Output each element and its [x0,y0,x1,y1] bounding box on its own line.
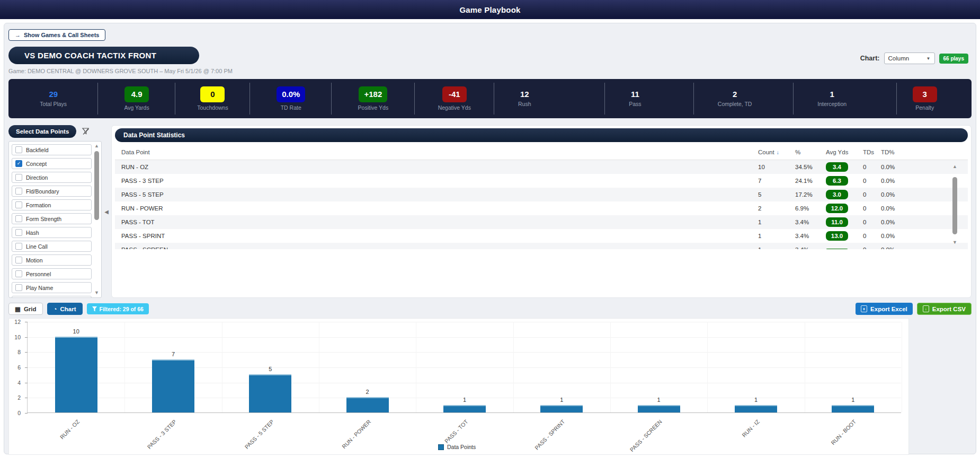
sidebar-item-label: Personnel [26,271,51,277]
x-axis-label: PASS - 3 STEP [146,418,178,450]
avg-yds-badge: 12.0 [826,204,848,213]
table-row[interactable]: PASS - SPRINT13.4%13.000.0% [115,229,968,243]
table-row[interactable]: PASS - SCREEN13.4%00.0% [115,243,968,249]
scrollbar-thumb[interactable] [952,177,957,234]
y-tick-label: 0 [9,410,21,416]
stat-label: Pass [629,101,641,107]
chart-legend[interactable]: Data Points [438,444,476,450]
table-row[interactable]: PASS - TOT13.4%11.000.0% [115,215,968,229]
bar-pass-5-step[interactable] [249,374,291,412]
grid-view-button[interactable]: ▦ Grid [8,303,43,315]
stat-tile-touchdowns: 0Touchdowns [175,79,251,118]
chart-toolbar: ▦ Grid ◔ Chart Filtered: 29 of 66 x Expo… [8,303,972,315]
bar-value-label: 10 [55,328,97,335]
table-row[interactable]: RUN - OZ1034.5%3.400.0% [115,160,968,174]
sidebar-item-fld-boundary[interactable]: Fld/Boundary [12,186,92,197]
sidebar-item-play-name[interactable]: Play Name [12,282,92,293]
filtered-badge[interactable]: Filtered: 29 of 66 [87,303,149,314]
chart-picker-label: Chart: [860,55,880,62]
bar-pass-3-step[interactable] [152,359,194,412]
sidebar-scrollbar[interactable]: ▲ ▼ [93,143,100,296]
stat-tile-negative-yds: -41Negative Yds [415,79,494,118]
checkbox-icon[interactable] [15,243,22,250]
export-excel-button[interactable]: x Export Excel [856,303,913,315]
top-navbar: Game Playbook [0,0,980,19]
show-games-label: Show Games & Call Sheets [24,32,99,38]
stat-value: 11 [629,90,641,99]
bar-pass-sprint[interactable] [540,405,583,412]
checkbox-icon[interactable] [15,284,22,291]
scroll-up-icon[interactable]: ▲ [951,163,958,170]
sidebar-item-personnel[interactable]: Personnel [12,268,92,279]
stats-bar: 29Total Plays4.9Avg Yards0Touchdowns0.0%… [8,79,972,118]
x-axis-label: RUN - IZ [741,418,761,438]
x-axis-label: PASS - TOT [443,418,469,444]
scrollbar-thumb[interactable] [94,151,99,220]
checkbox-icon[interactable] [15,257,22,263]
select-data-points-button[interactable]: Select Data Points [8,125,76,138]
table-row[interactable]: PASS - 5 STEP517.2%3.000.0% [115,188,968,201]
collapse-sidebar-icon[interactable]: ◀ [104,209,109,215]
avg-yds-badge: 13.0 [826,231,848,241]
stat-tile-total-plays: 29Total Plays [8,79,98,118]
export-csv-button[interactable]: ↓ Export CSV [917,303,972,315]
col-tds[interactable]: TDs [861,149,879,155]
sidebar-item-play-type[interactable]: Play Type [12,296,92,298]
col-data-point[interactable]: Data Point [115,149,756,155]
checkbox-icon[interactable] [15,201,22,208]
statistics-table: Data Point Count↓ % Avg Yds TDs TD% RUN … [115,144,968,249]
clear-filter-icon[interactable] [82,127,90,136]
col-avg-yds[interactable]: Avg Yds [824,149,861,155]
checkbox-icon[interactable] [15,215,22,222]
chevron-down-icon: ▼ [926,56,931,61]
sidebar-item-line-call[interactable]: Line Call [12,241,92,252]
avg-yds-badge: 3.4 [826,162,848,172]
checkbox-checked-icon[interactable] [15,160,22,167]
checkbox-icon[interactable] [15,229,22,236]
sidebar-item-concept[interactable]: Concept [12,158,92,169]
checkbox-icon[interactable] [15,174,22,181]
chart-view-button[interactable]: ◔ Chart [47,303,83,315]
scroll-down-icon[interactable]: ▼ [951,239,958,246]
sidebar-item-label: Form Strength [26,216,61,222]
col-count[interactable]: Count↓ [756,149,793,155]
checkbox-icon[interactable] [15,270,22,277]
sidebar-item-label: Formation [26,202,51,208]
bar-pass-tot[interactable] [443,405,486,412]
legend-swatch [438,444,444,450]
checkbox-icon[interactable] [15,188,22,195]
stat-value: 2 [718,90,752,99]
statistics-panel: Data Point Statistics Data Point Count↓ … [111,125,972,298]
table-row[interactable]: PASS - 3 STEP724.1%6.300.0% [115,174,968,188]
table-scrollbar[interactable]: ▲ ▼ [951,163,958,246]
col-pct[interactable]: % [793,149,824,155]
sidebar-item-motion[interactable]: Motion [12,254,92,266]
sidebar-item-direction[interactable]: Direction [12,172,92,183]
bar-run-oz[interactable] [55,337,97,412]
table-row[interactable]: RUN - POWER26.9%12.000.0% [115,201,968,215]
sidebar-splitter[interactable]: ◀ [102,125,111,298]
bar-pass-screen[interactable] [638,405,680,412]
stat-label: Avg Yards [124,104,149,111]
arrow-right-icon: → [15,32,21,38]
col-td-pct[interactable]: TD% [879,149,921,155]
scroll-up-icon[interactable]: ▲ [93,143,100,150]
bar-run-power[interactable] [346,397,389,412]
sidebar-item-form-strength[interactable]: Form Strength [12,213,92,224]
bar-run-boot[interactable] [832,405,874,412]
sidebar-item-hash[interactable]: Hash [12,227,92,238]
stat-value: 0 [200,86,225,103]
avg-yds-badge: 11.0 [826,217,848,227]
stat-tile-rush: 12Rush [494,79,605,118]
avg-yds-badge: 3.0 [826,190,848,199]
checkbox-icon[interactable] [15,146,22,153]
gridline [28,322,901,322]
sidebar-item-formation[interactable]: Formation [12,199,92,210]
show-games-button[interactable]: → Show Games & Call Sheets [8,29,105,41]
scroll-down-icon[interactable]: ▼ [93,289,100,296]
sidebar-item-backfield[interactable]: Backfield [12,144,92,155]
chart-type-select[interactable]: Column ▼ [884,52,935,64]
sidebar-item-label: Line Call [26,243,48,250]
bar-run-iz[interactable] [735,405,777,412]
sidebar-item-label: Concept [26,161,47,167]
